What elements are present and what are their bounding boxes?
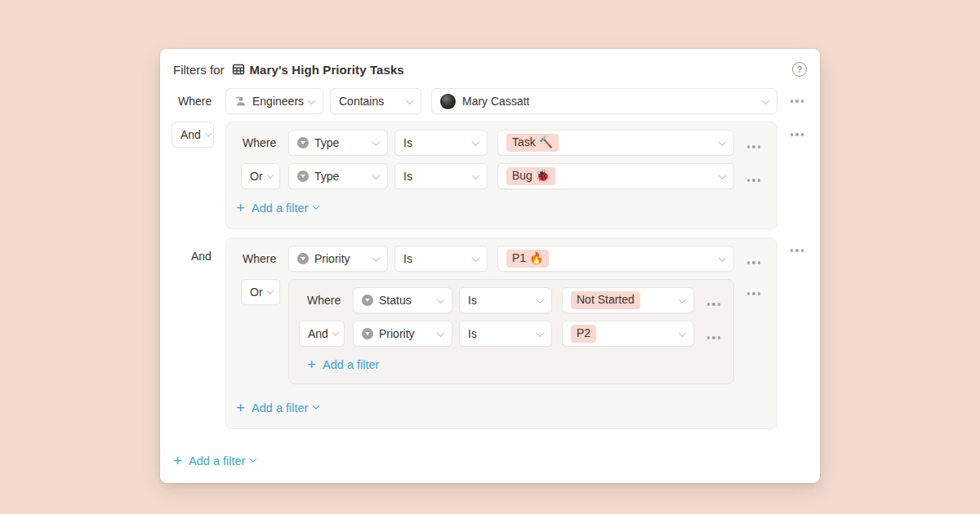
chevron-down-icon xyxy=(250,455,256,462)
nested-group-row: Or Where Status xyxy=(239,279,764,384)
value-select-tag[interactable]: Not Started xyxy=(562,287,694,313)
property-name: Priority xyxy=(314,252,350,265)
chevron-down-icon xyxy=(472,138,480,146)
connector-value: And xyxy=(180,128,201,141)
add-filter-button[interactable]: + Add a filter xyxy=(236,399,318,417)
value-select-tag[interactable]: Bug 🐞 xyxy=(497,163,734,189)
chevron-down-icon xyxy=(437,329,445,337)
chevron-down-icon xyxy=(267,171,274,178)
row-options-button[interactable] xyxy=(706,299,723,309)
chevron-down-icon xyxy=(537,329,545,337)
group-connector-select[interactable]: And xyxy=(172,122,214,148)
add-filter-button[interactable]: + Add a filter xyxy=(173,452,256,470)
chevron-down-icon xyxy=(472,254,480,262)
operator-select-contains[interactable]: Contains xyxy=(330,88,421,114)
value-select-tag[interactable]: Task 🔨 xyxy=(497,130,734,156)
property-select-priority[interactable]: Priority xyxy=(288,246,388,272)
operator-select-is[interactable]: Is xyxy=(394,163,488,189)
operator-name: Is xyxy=(403,252,412,265)
operator-select-is[interactable]: Is xyxy=(459,287,552,313)
chevron-down-icon xyxy=(719,254,727,262)
chevron-down-icon xyxy=(372,171,381,179)
chevron-down-icon xyxy=(472,171,480,179)
add-filter-label: Add a filter xyxy=(189,454,245,467)
filter-row-engineers: Where Engineers Contains Mar xyxy=(173,88,807,114)
add-filter-button[interactable]: + Add a filter xyxy=(307,356,379,374)
property-select-priority[interactable]: Priority xyxy=(353,321,452,347)
value-person-name: Mary Cassatt xyxy=(462,95,529,108)
help-icon[interactable]: ? xyxy=(792,62,807,77)
row-connector-select[interactable]: Or xyxy=(241,163,280,189)
chevron-down-icon xyxy=(719,138,727,146)
select-property-icon xyxy=(297,137,309,148)
database-title: Mary's High Priority Tasks xyxy=(250,63,404,77)
operator-name: Is xyxy=(403,170,412,183)
connector-value: Or xyxy=(250,286,263,299)
tag-p2: P2 xyxy=(571,325,596,343)
chevron-down-icon xyxy=(313,202,319,209)
filter-group-1: And Where Type Is xyxy=(173,122,807,229)
group-connector-label: And xyxy=(173,250,212,263)
operator-name: Is xyxy=(468,294,477,307)
property-name: Priority xyxy=(379,327,415,340)
row-options-button[interactable] xyxy=(746,142,763,152)
add-filter-label: Add a filter xyxy=(252,202,308,215)
select-property-icon xyxy=(297,253,309,264)
plus-icon: + xyxy=(173,454,182,468)
chevron-down-icon xyxy=(372,254,381,262)
add-filter-button[interactable]: + Add a filter xyxy=(236,199,318,217)
group-2-panel: Where Priority Is P1 🔥 xyxy=(225,237,777,429)
value-select-tag[interactable]: P2 xyxy=(562,321,694,347)
chevron-down-icon xyxy=(762,96,770,104)
where-label: Where xyxy=(299,294,341,307)
filter-row: And Priority Is xyxy=(299,321,724,347)
operator-select-is[interactable]: Is xyxy=(459,321,552,347)
row-options-button[interactable] xyxy=(746,258,763,268)
chevron-down-icon xyxy=(205,130,212,136)
operator-name: Is xyxy=(403,136,412,149)
nested-group-connector-select[interactable]: Or xyxy=(241,279,280,305)
chevron-down-icon xyxy=(537,295,545,304)
connector-value: Or xyxy=(250,170,263,183)
row-connector-select[interactable]: And xyxy=(299,321,345,347)
add-filter-label: Add a filter xyxy=(252,401,308,414)
property-name: Type xyxy=(314,170,339,183)
row-options-button[interactable] xyxy=(706,333,723,343)
filter-row: Where Status Is xyxy=(299,287,724,313)
property-select-type[interactable]: Type xyxy=(288,163,388,189)
card-header: Filters for Mary's High Priority Tasks ? xyxy=(173,60,807,78)
row-options-button[interactable] xyxy=(789,96,806,106)
nested-group-options-button[interactable] xyxy=(746,289,763,299)
chevron-down-icon xyxy=(437,295,445,304)
filters-card: Filters for Mary's High Priority Tasks ?… xyxy=(160,49,820,483)
value-select-tag[interactable]: P1 🔥 xyxy=(497,246,734,272)
tag-bug: Bug 🐞 xyxy=(506,167,555,185)
page-background: Filters for Mary's High Priority Tasks ?… xyxy=(0,0,980,514)
avatar xyxy=(440,94,456,109)
filter-row: Or Type Is Bug 🐞 xyxy=(239,163,764,189)
property-select-engineers[interactable]: Engineers xyxy=(225,88,323,114)
chevron-down-icon xyxy=(372,138,381,146)
property-select-status[interactable]: Status xyxy=(353,287,452,313)
plus-icon: + xyxy=(236,201,245,215)
plus-icon: + xyxy=(236,401,245,415)
operator-select-is[interactable]: Is xyxy=(394,130,488,156)
group-1-panel: Where Type Is Task 🔨 xyxy=(225,122,777,229)
chevron-down-icon xyxy=(313,402,319,409)
tag-p1: P1 🔥 xyxy=(506,250,549,268)
operator-name: Is xyxy=(468,327,477,340)
chevron-down-icon xyxy=(332,329,339,335)
help-glyph: ? xyxy=(797,64,803,74)
property-select-type[interactable]: Type xyxy=(288,130,388,156)
value-select-person[interactable]: Mary Cassatt xyxy=(431,88,777,114)
chevron-down-icon xyxy=(406,96,414,104)
group-options-button[interactable] xyxy=(789,246,806,255)
connector-value: And xyxy=(308,327,328,340)
group-options-button[interactable] xyxy=(789,130,806,140)
row-options-button[interactable] xyxy=(746,175,763,185)
tag-task: Task 🔨 xyxy=(506,134,559,152)
add-filter-label: Add a filter xyxy=(323,358,379,371)
operator-select-is[interactable]: Is xyxy=(394,246,488,272)
filter-group-2: And Where Priority Is xyxy=(173,237,807,429)
filter-row: Where Type Is Task 🔨 xyxy=(239,130,764,156)
